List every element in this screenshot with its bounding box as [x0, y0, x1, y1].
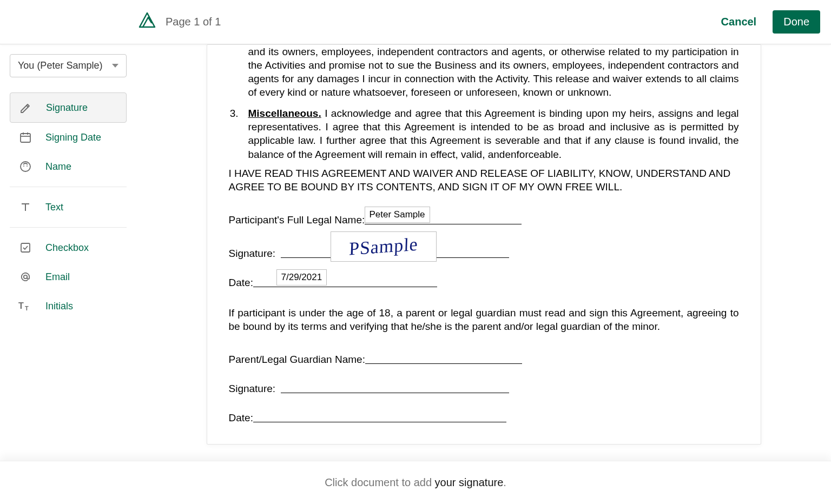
label-full-name: Participant's Full Legal Name:	[229, 214, 365, 226]
footer-suffix: .	[503, 476, 506, 488]
tool-label: Signing Date	[45, 132, 101, 143]
top-actions: Cancel Done	[715, 10, 820, 34]
at-icon	[18, 270, 32, 284]
row-parent-signature: Signature:	[229, 373, 739, 395]
signature-image: PSample	[348, 234, 418, 259]
tool-signing-date[interactable]: Signing Date	[10, 123, 127, 152]
tool-text[interactable]: Text	[10, 193, 127, 222]
row-parent-name: Parent/Legal Guardian Name:	[229, 344, 739, 366]
tool-label: Checkbox	[45, 242, 89, 254]
footer-hint: Click document to add your signature.	[0, 461, 831, 504]
row-signature: Signature: PSample	[229, 234, 739, 260]
tool-signature[interactable]: Signature	[10, 92, 127, 123]
label-parent-name: Parent/Legal Guardian Name:	[229, 354, 365, 366]
recipient-dropdown[interactable]: You (Peter Sample)	[10, 54, 127, 77]
cancel-button[interactable]: Cancel	[715, 11, 763, 32]
misc-clause: Miscellaneous. I acknowledge and agree t…	[248, 107, 739, 161]
svg-point-5	[24, 275, 27, 278]
text-icon	[18, 200, 32, 214]
row-parent-date: Date:	[229, 402, 739, 424]
brand-logo	[136, 10, 158, 34]
tool-checkbox[interactable]: Checkbox	[10, 233, 127, 262]
svg-point-3	[27, 165, 28, 167]
separator	[10, 227, 127, 228]
svg-text:T: T	[18, 301, 24, 310]
done-button[interactable]: Done	[773, 10, 820, 34]
chevron-down-icon	[112, 64, 118, 68]
initials-icon: TT	[18, 299, 32, 313]
tool-label: Name	[45, 161, 71, 173]
separator	[10, 187, 127, 187]
recipient-label: You (Peter Sample)	[18, 60, 102, 71]
label-date: Date:	[229, 277, 253, 289]
label-parent-date: Date:	[229, 412, 253, 424]
under-18-notice: If participant is under the age of 18, a…	[229, 306, 739, 333]
row-date: Date: 7/29/2021	[229, 267, 739, 289]
name-field-chip[interactable]: Peter Sample	[365, 207, 430, 223]
person-icon	[18, 160, 32, 174]
top-bar: Page 1 of 1 Cancel Done	[0, 0, 831, 44]
document-page[interactable]: and its owners, employees, independent c…	[207, 44, 761, 445]
tool-label: Signature	[46, 102, 88, 114]
label-parent-signature: Signature:	[229, 383, 276, 395]
acknowledgement-text: I HAVE READ THIS AGREEMENT AND WAIVER AN…	[229, 167, 739, 194]
signature-field-chip[interactable]: PSample	[331, 231, 437, 262]
pen-icon	[19, 101, 33, 115]
calendar-icon	[18, 130, 32, 144]
sidebar: You (Peter Sample) Signature Signing Dat…	[0, 44, 136, 461]
page-indicator: Page 1 of 1	[166, 16, 221, 28]
checkbox-icon	[18, 241, 32, 255]
clause-number: 3.	[229, 107, 239, 161]
release-clause-body: and its owners, employees, independent c…	[229, 45, 739, 99]
tool-name[interactable]: Name	[10, 152, 127, 181]
footer-em: your signature	[435, 476, 504, 488]
svg-text:T: T	[25, 305, 29, 311]
document-viewport[interactable]: and its owners, employees, independent c…	[136, 44, 831, 461]
tool-label: Email	[45, 271, 70, 283]
misc-heading: Miscellaneous.	[248, 108, 321, 119]
date-field-chip[interactable]: 7/29/2021	[276, 269, 327, 286]
label-signature: Signature:	[229, 248, 276, 260]
tool-label: Text	[45, 202, 63, 213]
misc-body: I acknowledge and agree that this Agreem…	[248, 108, 739, 160]
row-full-name: Participant's Full Legal Name: Peter Sam…	[229, 204, 739, 226]
tool-email[interactable]: Email	[10, 262, 127, 291]
svg-rect-0	[21, 134, 30, 142]
svg-point-2	[23, 165, 24, 167]
svg-rect-4	[21, 243, 30, 252]
tool-list: Signature Signing Date Name Text	[10, 92, 127, 321]
footer-prefix: Click document to add	[325, 476, 434, 488]
tool-label: Initials	[45, 301, 73, 312]
tool-initials[interactable]: TT Initials	[10, 291, 127, 321]
